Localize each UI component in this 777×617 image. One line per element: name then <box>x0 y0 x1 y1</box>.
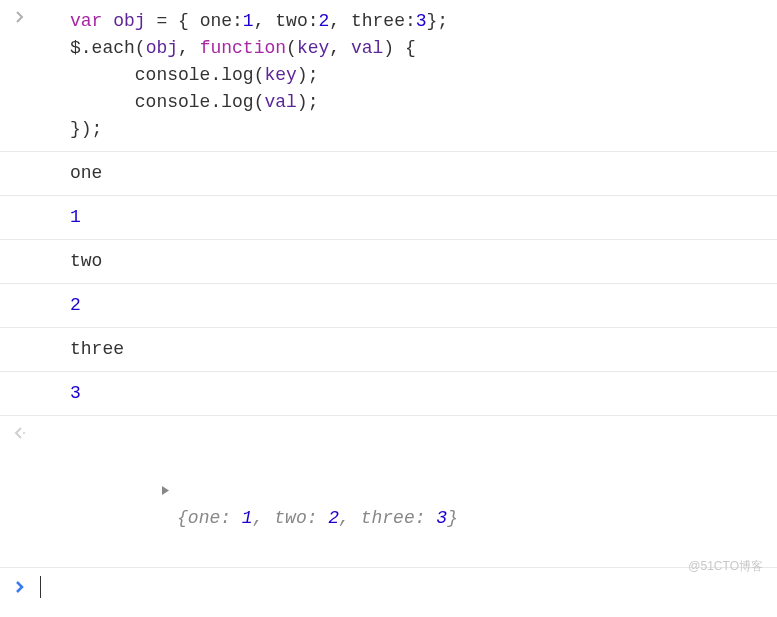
output-text: one <box>40 156 777 191</box>
result-object[interactable]: {one: 1, two: 2, three: 3} <box>40 420 777 563</box>
console-result-row: {one: 1, two: 2, three: 3} <box>0 416 777 568</box>
console-output-row: three <box>0 328 777 372</box>
console-input-prompt-row[interactable] <box>0 568 777 606</box>
output-gutter <box>0 332 40 338</box>
console-output-row: 3 <box>0 372 777 416</box>
output-text: two <box>40 244 777 279</box>
identifier-obj: obj <box>113 11 145 31</box>
output-text: three <box>40 332 777 367</box>
watermark-text: @51CTO博客 <box>688 557 763 575</box>
code-block: var obj = { one:1, two:2, three:3}; $.ea… <box>40 4 777 147</box>
output-gutter <box>0 244 40 250</box>
output-number: 2 <box>40 288 777 323</box>
console-output-row: 1 <box>0 196 777 240</box>
console-input-area[interactable] <box>40 576 777 598</box>
output-gutter <box>0 288 40 294</box>
input-prompt-icon <box>0 4 40 24</box>
result-prompt-icon <box>0 420 40 440</box>
console-output-row: one <box>0 152 777 196</box>
output-gutter <box>0 376 40 382</box>
svg-point-0 <box>23 432 25 434</box>
keyword-var: var <box>70 11 102 31</box>
text-cursor <box>40 576 41 598</box>
keyword-function: function <box>200 38 286 58</box>
output-number: 3 <box>40 376 777 411</box>
output-gutter <box>0 200 40 206</box>
console-output-row: 2 <box>0 284 777 328</box>
output-number: 1 <box>40 200 777 235</box>
console-input-row: var obj = { one:1, two:2, three:3}; $.ea… <box>0 0 777 152</box>
expand-triangle-icon[interactable] <box>95 451 171 532</box>
prompt-chevron-icon <box>0 580 40 594</box>
console-output-row: two <box>0 240 777 284</box>
output-gutter <box>0 156 40 162</box>
